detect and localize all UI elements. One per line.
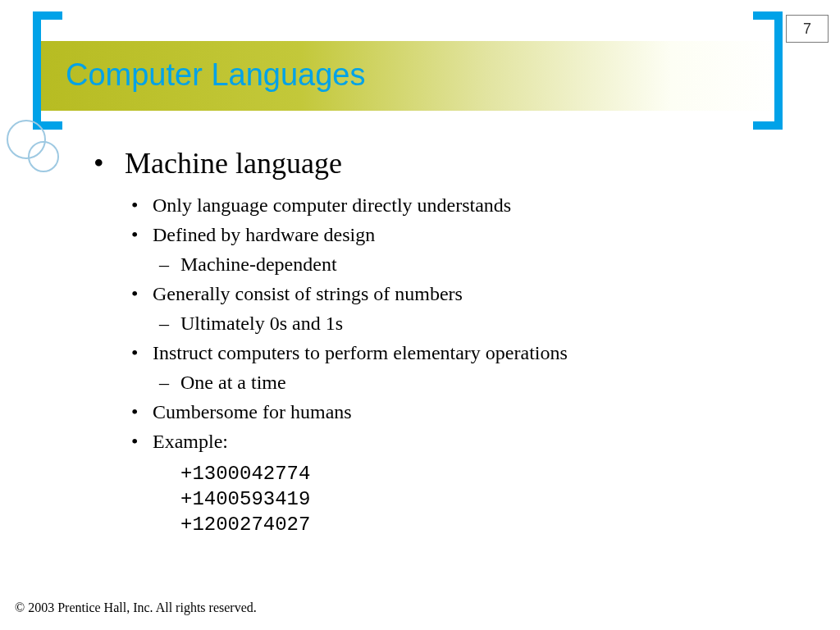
slide-title: Computer Languages — [66, 57, 365, 93]
heading-text: Machine language — [125, 147, 342, 180]
bullet-text: Generally consist of strings of numbers — [153, 283, 463, 304]
list-item: Cumbersome for humans — [125, 397, 799, 427]
heading-item: Machine language Only language computer … — [82, 146, 799, 538]
bullet-text: Only language computer directly understa… — [153, 194, 511, 216]
list-item: Generally consist of strings of numbers … — [125, 279, 799, 338]
circle-icon — [28, 141, 59, 172]
bullet-text: Machine-dependent — [180, 253, 337, 275]
list-item: Only language computer directly understa… — [125, 190, 799, 220]
code-example: +1300042774 +1400593419 +1200274027 — [180, 461, 799, 538]
list-item: One at a time — [153, 368, 799, 397]
bullet-text: Instruct computers to perform elementary… — [153, 342, 568, 363]
bullet-text: Defined by hardware design — [153, 224, 375, 245]
page-number-box: 7 — [786, 15, 829, 43]
list-item: Example: +1300042774 +1400593419 +120027… — [125, 427, 799, 538]
bracket-right-icon — [774, 11, 783, 130]
list-item: Machine-dependent — [153, 249, 799, 279]
bracket-left-icon — [33, 11, 41, 130]
bullet-text: Example: — [153, 431, 228, 452]
list-item: Instruct computers to perform elementary… — [125, 338, 799, 397]
bullet-text: One at a time — [180, 372, 286, 393]
content-area: Machine language Only language computer … — [82, 146, 799, 546]
bullet-text: Cumbersome for humans — [153, 401, 352, 422]
copyright-footer: © 2003 Prentice Hall, Inc. All rights re… — [15, 600, 257, 615]
list-item: Ultimately 0s and 1s — [153, 308, 799, 338]
slide: 7 Computer Languages Machine language On… — [0, 0, 840, 630]
page-number: 7 — [803, 21, 811, 38]
list-item: Defined by hardware design Machine-depen… — [125, 220, 799, 279]
bullet-text: Ultimately 0s and 1s — [180, 313, 343, 334]
